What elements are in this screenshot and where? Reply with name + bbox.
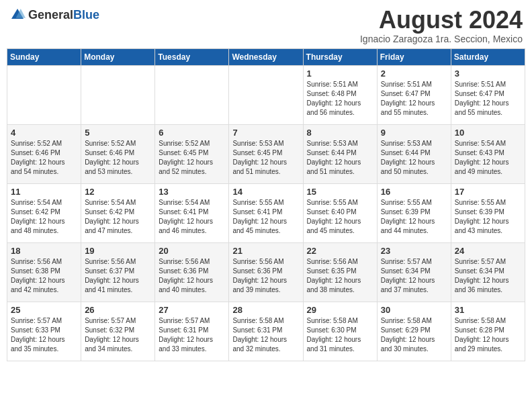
- day-number: 22: [307, 246, 373, 256]
- cell-content: Sunrise: 5:52 AM Sunset: 6:46 PM Dayligh…: [85, 139, 151, 177]
- day-number: 16: [381, 187, 447, 197]
- calendar-cell: 7Sunrise: 5:53 AM Sunset: 6:45 PM Daylig…: [229, 124, 303, 183]
- calendar-week-4: 18Sunrise: 5:56 AM Sunset: 6:38 PM Dayli…: [7, 242, 525, 302]
- calendar-cell: 6Sunrise: 5:52 AM Sunset: 6:45 PM Daylig…: [155, 124, 229, 183]
- cell-content: Sunrise: 5:58 AM Sunset: 6:28 PM Dayligh…: [455, 316, 521, 354]
- day-number: 23: [381, 246, 447, 256]
- day-number: 31: [455, 305, 521, 315]
- calendar-cell: 5Sunrise: 5:52 AM Sunset: 6:46 PM Daylig…: [81, 124, 155, 183]
- header-wednesday: Wednesday: [229, 48, 303, 65]
- cell-content: Sunrise: 5:55 AM Sunset: 6:39 PM Dayligh…: [381, 198, 447, 236]
- day-number: 30: [381, 305, 447, 315]
- day-number: 9: [381, 128, 447, 138]
- calendar-cell: 22Sunrise: 5:56 AM Sunset: 6:35 PM Dayli…: [303, 242, 377, 302]
- calendar-cell: 23Sunrise: 5:57 AM Sunset: 6:34 PM Dayli…: [377, 242, 451, 302]
- calendar-cell: 29Sunrise: 5:58 AM Sunset: 6:30 PM Dayli…: [303, 302, 377, 361]
- day-number: 10: [455, 128, 521, 138]
- header-friday: Friday: [377, 48, 451, 65]
- cell-content: Sunrise: 5:56 AM Sunset: 6:35 PM Dayligh…: [307, 257, 373, 295]
- day-number: 27: [159, 305, 225, 315]
- day-number: 11: [11, 187, 77, 197]
- day-number: 28: [232, 305, 299, 315]
- calendar-cell: 18Sunrise: 5:56 AM Sunset: 6:38 PM Dayli…: [7, 242, 81, 302]
- calendar-week-2: 4Sunrise: 5:52 AM Sunset: 6:46 PM Daylig…: [7, 124, 525, 183]
- title-area: August 2024 Ignacio Zaragoza 1ra. Seccio…: [360, 7, 523, 44]
- day-number: 5: [85, 128, 151, 138]
- day-number: 21: [232, 246, 299, 256]
- header-thursday: Thursday: [303, 48, 377, 65]
- cell-content: Sunrise: 5:54 AM Sunset: 6:42 PM Dayligh…: [85, 198, 151, 236]
- calendar-cell: 4Sunrise: 5:52 AM Sunset: 6:46 PM Daylig…: [7, 124, 81, 183]
- header-sunday: Sunday: [7, 48, 81, 65]
- calendar-cell: 11Sunrise: 5:54 AM Sunset: 6:42 PM Dayli…: [7, 183, 81, 242]
- day-number: 24: [455, 246, 521, 256]
- calendar-cell: 13Sunrise: 5:54 AM Sunset: 6:41 PM Dayli…: [155, 183, 229, 242]
- day-number: 8: [307, 128, 373, 138]
- cell-content: Sunrise: 5:55 AM Sunset: 6:41 PM Dayligh…: [232, 198, 299, 236]
- day-number: 17: [455, 187, 521, 197]
- header-saturday: Saturday: [451, 48, 525, 65]
- cell-content: Sunrise: 5:58 AM Sunset: 6:29 PM Dayligh…: [381, 316, 447, 354]
- cell-content: Sunrise: 5:58 AM Sunset: 6:31 PM Dayligh…: [232, 316, 299, 354]
- cell-content: Sunrise: 5:53 AM Sunset: 6:44 PM Dayligh…: [307, 139, 373, 177]
- cell-content: Sunrise: 5:51 AM Sunset: 6:48 PM Dayligh…: [307, 80, 373, 118]
- day-number: 3: [455, 68, 521, 79]
- calendar-cell: 30Sunrise: 5:58 AM Sunset: 6:29 PM Dayli…: [377, 302, 451, 361]
- cell-content: Sunrise: 5:57 AM Sunset: 6:31 PM Dayligh…: [159, 316, 225, 354]
- day-number: 2: [381, 68, 447, 79]
- cell-content: Sunrise: 5:54 AM Sunset: 6:43 PM Dayligh…: [455, 139, 521, 177]
- cell-content: Sunrise: 5:54 AM Sunset: 6:42 PM Dayligh…: [11, 198, 77, 236]
- header-monday: Monday: [81, 48, 155, 65]
- calendar-week-1: 1Sunrise: 5:51 AM Sunset: 6:48 PM Daylig…: [7, 65, 525, 124]
- logo: GeneralBlue: [9, 7, 99, 23]
- month-title: August 2024: [360, 7, 523, 34]
- day-number: 1: [307, 68, 373, 79]
- day-number: 29: [307, 305, 373, 315]
- location-title: Ignacio Zaragoza 1ra. Seccion, Mexico: [360, 34, 523, 44]
- day-number: 7: [232, 128, 299, 138]
- calendar-cell: 1Sunrise: 5:51 AM Sunset: 6:48 PM Daylig…: [303, 65, 377, 124]
- cell-content: Sunrise: 5:56 AM Sunset: 6:36 PM Dayligh…: [232, 257, 299, 295]
- cell-content: Sunrise: 5:53 AM Sunset: 6:45 PM Dayligh…: [232, 139, 299, 177]
- day-number: 20: [159, 246, 225, 256]
- cell-content: Sunrise: 5:57 AM Sunset: 6:34 PM Dayligh…: [455, 257, 521, 295]
- calendar-cell: [7, 65, 81, 124]
- cell-content: Sunrise: 5:51 AM Sunset: 6:47 PM Dayligh…: [381, 80, 447, 118]
- cell-content: Sunrise: 5:52 AM Sunset: 6:46 PM Dayligh…: [11, 139, 77, 177]
- calendar-cell: 27Sunrise: 5:57 AM Sunset: 6:31 PM Dayli…: [155, 302, 229, 361]
- day-number: 19: [85, 246, 151, 256]
- calendar-cell: [229, 65, 303, 124]
- calendar-header-row: SundayMondayTuesdayWednesdayThursdayFrid…: [7, 48, 525, 65]
- logo-text-blue: Blue: [73, 8, 99, 21]
- calendar-cell: 2Sunrise: 5:51 AM Sunset: 6:47 PM Daylig…: [377, 65, 451, 124]
- cell-content: Sunrise: 5:55 AM Sunset: 6:40 PM Dayligh…: [307, 198, 373, 236]
- day-number: 14: [232, 187, 299, 197]
- cell-content: Sunrise: 5:57 AM Sunset: 6:34 PM Dayligh…: [381, 257, 447, 295]
- calendar-cell: 10Sunrise: 5:54 AM Sunset: 6:43 PM Dayli…: [451, 124, 525, 183]
- logo-text-general: General: [28, 8, 73, 21]
- calendar-cell: 19Sunrise: 5:56 AM Sunset: 6:37 PM Dayli…: [81, 242, 155, 302]
- cell-content: Sunrise: 5:58 AM Sunset: 6:30 PM Dayligh…: [307, 316, 373, 354]
- cell-content: Sunrise: 5:56 AM Sunset: 6:38 PM Dayligh…: [11, 257, 77, 295]
- cell-content: Sunrise: 5:57 AM Sunset: 6:33 PM Dayligh…: [11, 316, 77, 354]
- logo-icon: [9, 7, 26, 23]
- cell-content: Sunrise: 5:55 AM Sunset: 6:39 PM Dayligh…: [455, 198, 521, 236]
- calendar-cell: 17Sunrise: 5:55 AM Sunset: 6:39 PM Dayli…: [451, 183, 525, 242]
- cell-content: Sunrise: 5:57 AM Sunset: 6:32 PM Dayligh…: [85, 316, 151, 354]
- calendar-cell: 9Sunrise: 5:53 AM Sunset: 6:44 PM Daylig…: [377, 124, 451, 183]
- day-number: 26: [85, 305, 151, 315]
- page-header: GeneralBlue August 2024 Ignacio Zaragoza…: [7, 7, 525, 44]
- header-tuesday: Tuesday: [155, 48, 229, 65]
- calendar-table: SundayMondayTuesdayWednesdayThursdayFrid…: [7, 48, 525, 361]
- day-number: 13: [159, 187, 225, 197]
- calendar-cell: 31Sunrise: 5:58 AM Sunset: 6:28 PM Dayli…: [451, 302, 525, 361]
- calendar-cell: 16Sunrise: 5:55 AM Sunset: 6:39 PM Dayli…: [377, 183, 451, 242]
- calendar-cell: 21Sunrise: 5:56 AM Sunset: 6:36 PM Dayli…: [229, 242, 303, 302]
- calendar-cell: 14Sunrise: 5:55 AM Sunset: 6:41 PM Dayli…: [229, 183, 303, 242]
- cell-content: Sunrise: 5:54 AM Sunset: 6:41 PM Dayligh…: [159, 198, 225, 236]
- cell-content: Sunrise: 5:52 AM Sunset: 6:45 PM Dayligh…: [159, 139, 225, 177]
- calendar-week-5: 25Sunrise: 5:57 AM Sunset: 6:33 PM Dayli…: [7, 302, 525, 361]
- calendar-cell: 8Sunrise: 5:53 AM Sunset: 6:44 PM Daylig…: [303, 124, 377, 183]
- calendar-cell: 26Sunrise: 5:57 AM Sunset: 6:32 PM Dayli…: [81, 302, 155, 361]
- calendar-cell: 28Sunrise: 5:58 AM Sunset: 6:31 PM Dayli…: [229, 302, 303, 361]
